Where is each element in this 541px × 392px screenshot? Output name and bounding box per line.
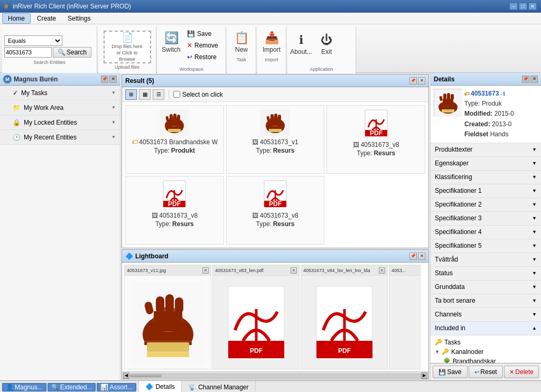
details-delete-button[interactable]: ✕ Delete: [504, 366, 539, 378]
svg-rect-18: [278, 115, 281, 120]
result-item-2[interactable]: 🖼 40531673_v1 Type: Resurs: [226, 105, 325, 174]
left-panel-close-button[interactable]: ✕: [109, 76, 117, 83]
menu-item-create[interactable]: Create: [32, 14, 61, 23]
includedin-kanalnoder[interactable]: ▼ 🔑 Kanalnoder: [435, 347, 537, 357]
tab-channel-manager-icon: 📡: [188, 384, 196, 391]
section-specifikationer3[interactable]: Specifikationer 3 ▼: [431, 212, 541, 226]
svg-rect-6: [170, 114, 173, 120]
svg-rect-35: [147, 342, 189, 352]
select-on-click-label[interactable]: Select on click: [173, 91, 223, 98]
details-pin-button[interactable]: 📌: [522, 76, 529, 83]
lightboard-pin-button[interactable]: 📌: [409, 253, 417, 260]
section-specifikationer2[interactable]: Specifikationer 2 ▼: [431, 198, 541, 212]
includedin-tasks[interactable]: 🔑 Tasks: [435, 338, 537, 347]
details-info-btn[interactable]: ℹ: [503, 90, 505, 98]
view-list-button[interactable]: ☰: [153, 89, 164, 100]
tab-channel-manager[interactable]: 📡 Channel Manager: [182, 381, 255, 392]
result-panel-controls[interactable]: 📌 ✕: [409, 77, 425, 85]
search-button[interactable]: 🔍 Search: [53, 47, 91, 58]
menu-item-settings[interactable]: Settings: [62, 14, 96, 23]
assort-btn-icon: 📊: [100, 384, 108, 391]
save-button[interactable]: 💾 Save: [185, 29, 220, 39]
nav-item-workarea[interactable]: 📁 My Work Area ▼: [0, 100, 120, 115]
switch-button[interactable]: 🔄 Switch: [160, 29, 183, 56]
section-tabort[interactable]: Ta bort senare ▼: [431, 294, 541, 308]
section-grunddata[interactable]: Grunddata ▼: [431, 281, 541, 294]
exit-button[interactable]: ⏻ Exit: [315, 31, 338, 58]
tab-details[interactable]: 🔷 Details: [139, 381, 182, 392]
import-icon: 📥: [265, 31, 279, 45]
scrollbar-track[interactable]: [129, 374, 421, 378]
remove-icon: ✕: [187, 42, 192, 49]
remove-button[interactable]: ✕ Remove: [185, 40, 220, 51]
nav-item-recent[interactable]: 🕐 My Recent Entities ▼: [0, 130, 120, 145]
title-bar-controls[interactable]: ─ □ ✕: [509, 3, 537, 10]
lb-item-1-close[interactable]: ✕: [202, 267, 209, 274]
lightboard-item-2[interactable]: 40531673_v83_len.pdf ✕ PDF: [212, 265, 300, 369]
lightboard-scrollbar[interactable]: ◀ ▶: [122, 371, 428, 379]
section-egenskaper-chevron: ▼: [532, 161, 537, 166]
details-product-thumbnail: [434, 89, 461, 116]
lb-item-2-close[interactable]: ✕: [291, 267, 297, 274]
close-button[interactable]: ✕: [528, 3, 537, 10]
scrollbar-left-arrow[interactable]: ◀: [123, 372, 129, 379]
includedin-brandhandskar[interactable]: 🌳 Brandhandskar: [435, 357, 537, 363]
svg-rect-7: [173, 114, 176, 120]
view-grid-large-button[interactable]: ⊞: [125, 89, 137, 100]
minimize-button[interactable]: ─: [509, 3, 518, 10]
new-task-button[interactable]: 📋 New: [230, 29, 253, 56]
section-produkttexter[interactable]: Produkttexter ▼: [431, 143, 541, 157]
result-item-3-text: 🖼 40531673_v8 Type: Resurs: [353, 141, 399, 157]
scrollbar-thumb[interactable]: [130, 374, 162, 377]
result-item-4[interactable]: PDF 🖼 40531673_v8 Type: Resurs: [125, 176, 224, 245]
pdf-svg-3: PDF: [364, 109, 388, 137]
lightboard-item-1[interactable]: 40531673_v11.jpg ✕: [124, 265, 211, 369]
view-grid-small-button[interactable]: ▦: [139, 89, 151, 100]
left-panel-controls[interactable]: 📌 ✕: [101, 76, 117, 83]
menu-item-home[interactable]: Home: [2, 13, 31, 24]
section-specifikationer5[interactable]: Specifikationer 5 ▼: [431, 239, 541, 253]
section-channels[interactable]: Channels ▼: [431, 308, 541, 322]
extended-status-button[interactable]: 🔍 Extended...: [48, 383, 96, 391]
details-save-button[interactable]: 💾 Save: [433, 366, 468, 378]
nav-item-tasks[interactable]: ✓ My Tasks ▼: [0, 86, 120, 100]
section-status[interactable]: Status ▼: [431, 267, 541, 281]
lightboard-close-button[interactable]: ✕: [418, 253, 425, 260]
remove-label: Remove: [194, 42, 218, 49]
lightboard-item-3[interactable]: 40531673_v84_lsv_len_lno_lda ✕ PDF: [301, 265, 388, 369]
section-includedin[interactable]: Included in ▲: [431, 322, 541, 335]
select-on-click-checkbox[interactable]: [173, 91, 180, 98]
section-specifikationer4[interactable]: Specifikationer 4 ▼: [431, 226, 541, 239]
search-input[interactable]: [4, 47, 52, 58]
magnus-status-button[interactable]: 👤 Magnus...: [2, 383, 46, 391]
section-klassificering[interactable]: Klassificering ▼: [431, 171, 541, 184]
result-item-3[interactable]: PDF 🖼 40531673_v8 Type: Resurs: [327, 105, 425, 174]
import-button[interactable]: 📥 Import: [260, 29, 283, 56]
section-tvattrad[interactable]: Tvättråd ▼: [431, 253, 541, 267]
glove-svg-2: [260, 109, 290, 136]
maximize-button[interactable]: □: [519, 3, 527, 10]
result-pin-button[interactable]: 📌: [409, 77, 417, 85]
upload-dropzone[interactable]: 📄 Drop files hereor Click toBrowse: [104, 31, 151, 63]
restore-button[interactable]: ↩ Restore: [185, 52, 220, 62]
details-reset-button[interactable]: ↩ Reset: [469, 366, 503, 378]
lightboard-controls[interactable]: 📌 ✕: [409, 253, 425, 260]
scrollbar-right-arrow[interactable]: ▶: [421, 372, 427, 379]
lightboard-item-4[interactable]: 4053...: [389, 265, 421, 369]
result-item-1[interactable]: 🏷 40531673 Brandhandske W Type: Produkt: [125, 105, 224, 174]
assort-status-button[interactable]: 📊 Assort...: [97, 383, 136, 391]
search-filter-select[interactable]: Equals: [4, 35, 62, 46]
about-button[interactable]: ℹ About...: [290, 31, 313, 58]
lb-item-3-close[interactable]: ✕: [379, 267, 385, 274]
section-specifikationer1[interactable]: Specifikationer 1 ▼: [431, 184, 541, 198]
section-status-chevron: ▼: [532, 270, 537, 276]
section-includedin-label: Included in: [435, 324, 465, 332]
result-item-5[interactable]: PDF 🖼 40531673_v8 Type: Resurs: [226, 176, 325, 245]
svg-rect-39: [156, 296, 164, 313]
details-panel-controls[interactable]: 📌 ✕: [522, 76, 538, 83]
nav-item-locked[interactable]: 🔒 My Locked Entities ▼: [0, 115, 120, 130]
result-close-button[interactable]: ✕: [418, 77, 425, 85]
section-egenskaper[interactable]: Egenskaper ▼: [431, 157, 541, 171]
details-close-button[interactable]: ✕: [530, 76, 538, 83]
left-panel-pin-button[interactable]: 📌: [101, 76, 108, 83]
